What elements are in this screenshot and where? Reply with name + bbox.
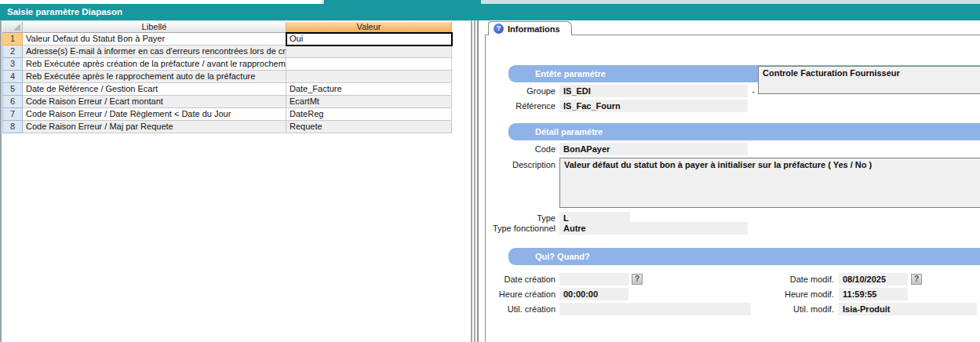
type-fonctionnel-label: Type fonctionnel [481, 222, 556, 235]
informations-panel: ? Informations Entête paramétre Groupe I… [481, 20, 980, 342]
date-modif-help-button[interactable]: ? [911, 274, 922, 285]
groupe-description-box: Controle Facturation Fournisseur [758, 66, 980, 94]
tab-informations[interactable]: ? Informations [488, 21, 572, 35]
cell-libelle[interactable]: Adresse(s) E-mail à informer en cas d'er… [23, 45, 286, 58]
date-creation-help-button[interactable]: ? [632, 274, 643, 285]
grid-table: Libellé Valeur 1 Valeur Defaut du Statut… [2, 22, 452, 133]
cell-valeur[interactable]: Date_Facture [286, 83, 452, 96]
corner-triangle-icon [13, 24, 20, 31]
cell-valeur[interactable]: Requete [286, 121, 452, 133]
heure-modif-label: Heure modif. [760, 288, 834, 300]
tab-label: Informations [508, 24, 560, 34]
date-modif-label: Date modif. [760, 273, 834, 286]
cell-libelle[interactable]: Reb Exécutée après le rapprochement auto… [23, 71, 286, 83]
table-row: 4 Reb Exécutée après le rapprochement au… [2, 71, 452, 83]
row-number[interactable]: 8 [2, 121, 23, 133]
cell-valeur[interactable]: EcartMt [286, 96, 452, 108]
reference-label: Référence [481, 100, 556, 112]
column-header-valeur[interactable]: Valeur [286, 22, 452, 33]
groupe-label: Groupe [481, 85, 556, 97]
util-modif-label: Util. modif. [760, 303, 834, 315]
panel-splitter[interactable] [472, 20, 481, 342]
row-number[interactable]: 1 [2, 33, 23, 45]
table-row: 5 Date de Référence / Gestion Ecart Date… [2, 83, 452, 96]
heure-creation-field: 00:00:00 [559, 288, 628, 300]
table-row: 1 Valeur Defaut du Statut Bon à Payer Ou… [2, 33, 452, 45]
column-header-libelle[interactable]: Libellé [23, 22, 286, 33]
cell-libelle[interactable]: Code Raison Erreur / Date Règlement < Da… [23, 108, 286, 121]
row-number[interactable]: 5 [2, 83, 23, 96]
grid-header-row: Libellé Valeur [2, 22, 452, 33]
table-row: 7 Code Raison Erreur / Date Règlement < … [2, 108, 452, 121]
groupe-separator: - [749, 85, 758, 97]
row-number[interactable]: 2 [2, 45, 23, 58]
heure-creation-label: Heure création [481, 288, 556, 300]
date-creation-label: Date création [481, 273, 556, 286]
reference-field: IS_Fac_Fourn [559, 100, 748, 112]
util-creation-field [559, 303, 751, 315]
table-row: 8 Code Raison Erreur / Maj par Requete R… [2, 121, 452, 133]
table-row: 3 Reb Exécutée après création de la préf… [2, 58, 452, 71]
help-question-icon: ? [494, 24, 504, 34]
parameter-grid: Libellé Valeur 1 Valeur Defaut du Statut… [0, 20, 472, 342]
heure-modif-field: 11:59:55 [839, 288, 908, 300]
date-creation-field [559, 273, 628, 286]
cell-libelle[interactable]: Code Raison Erreur / Ecart montant [23, 96, 286, 108]
row-number[interactable]: 4 [2, 71, 23, 83]
cell-libelle[interactable]: Code Raison Erreur / Maj par Requete [23, 121, 286, 133]
table-row: 2 Adresse(s) E-mail à informer en cas d'… [2, 45, 452, 58]
section-header-qui-quand: Qui? Quand? [508, 248, 980, 265]
cell-libelle[interactable]: Reb Exécutée après création de la préfac… [23, 58, 286, 71]
cell-valeur[interactable] [286, 45, 452, 58]
select-all-corner[interactable] [2, 22, 23, 33]
row-number[interactable]: 6 [2, 96, 23, 108]
cell-valeur[interactable] [286, 71, 452, 83]
description-label: Description [481, 158, 556, 171]
cell-valeur[interactable] [286, 58, 452, 71]
type-fonctionnel-field: Autre [559, 222, 748, 235]
window-title-bar[interactable]: Saisie paramètre Diapason [0, 4, 980, 20]
section-header-detail: Détail paramétre [508, 123, 980, 140]
row-number[interactable]: 7 [2, 108, 23, 121]
groupe-field: IS_EDI [559, 85, 748, 97]
util-modif-field: Isia-Produit [839, 303, 977, 315]
util-creation-label: Util. création [481, 303, 556, 315]
row-number[interactable]: 3 [2, 58, 23, 71]
cell-valeur-selected[interactable]: Oui [286, 33, 452, 45]
code-label: Code [481, 143, 556, 155]
table-row: 6 Code Raison Erreur / Ecart montant Eca… [2, 96, 452, 108]
cell-libelle[interactable]: Valeur Defaut du Statut Bon à Payer [23, 33, 286, 45]
cell-valeur[interactable]: DateReg [286, 108, 452, 121]
window-title: Saisie paramètre Diapason [7, 7, 122, 16]
code-field: BonAPayer [559, 143, 748, 155]
cell-libelle[interactable]: Date de Référence / Gestion Ecart [23, 83, 286, 96]
description-field: Valeur défaut du statut bon à payer à in… [559, 158, 980, 208]
date-modif-field: 08/10/2025 [839, 273, 908, 286]
